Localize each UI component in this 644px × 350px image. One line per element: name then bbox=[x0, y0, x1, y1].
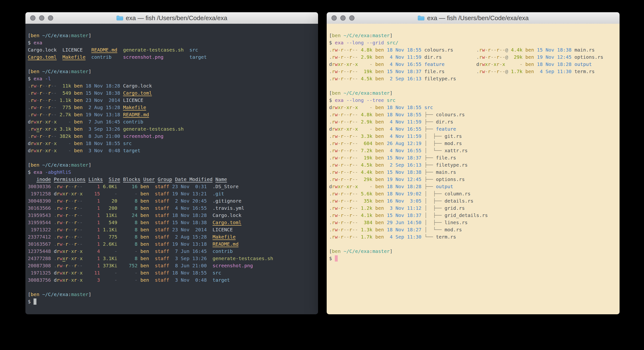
terminal-text: 1 bbox=[94, 227, 100, 232]
terminal-content-dark[interactable]: [ben ~/C/e/exa:master]$ exaCargo.lock LI… bbox=[26, 24, 318, 314]
terminal-text bbox=[120, 126, 123, 132]
terminal-text: r bbox=[479, 61, 482, 67]
terminal-text: - bbox=[80, 234, 83, 240]
close-button[interactable] bbox=[30, 15, 36, 20]
terminal-text bbox=[100, 205, 103, 211]
terminal-line: drwxr-xr-x - ben 18 Nov 18:55 src bbox=[329, 104, 618, 111]
terminal-text bbox=[384, 40, 387, 46]
terminal-text: 373Ki bbox=[103, 263, 117, 268]
terminal-text: Size bbox=[108, 176, 120, 182]
terminal-text: r bbox=[340, 76, 344, 82]
terminal-text: ben bbox=[375, 76, 384, 82]
terminal-text: - bbox=[355, 198, 358, 204]
terminal-text: w bbox=[335, 76, 338, 82]
terminal-text: r bbox=[39, 119, 42, 125]
terminal-text: - bbox=[42, 126, 45, 132]
window-titlebar[interactable]: exa — fish /Users/ben/Code/exa/exa bbox=[327, 12, 620, 24]
terminal-text: -abghHliS bbox=[45, 169, 71, 175]
terminal-text: - bbox=[80, 227, 83, 232]
terminal-text: d bbox=[329, 61, 332, 67]
terminal-text: master bbox=[71, 32, 88, 38]
terminal-text: x bbox=[494, 61, 496, 67]
terminal-text bbox=[358, 54, 361, 60]
window-titlebar[interactable]: exa — fish /Users/ben/Code/exa/exa bbox=[26, 12, 318, 24]
close-button[interactable] bbox=[332, 15, 337, 20]
terminal-text bbox=[384, 104, 387, 110]
terminal-text: r bbox=[332, 148, 335, 154]
terminal-content-light[interactable]: [ben ~/C/e/exa:master]$ exa --long --gri… bbox=[327, 24, 620, 314]
terminal-text: - bbox=[346, 234, 349, 240]
terminal-text: - bbox=[80, 220, 83, 225]
terminal-text: x bbox=[45, 126, 48, 132]
terminal-text: feature bbox=[424, 61, 444, 67]
terminal-text bbox=[421, 169, 424, 175]
terminal-text: . bbox=[476, 47, 479, 53]
terminal-text bbox=[138, 220, 140, 225]
terminal-text: - bbox=[68, 184, 71, 190]
zoom-button[interactable] bbox=[349, 15, 354, 20]
terminal-text: - bbox=[338, 220, 340, 225]
terminal-text: - bbox=[71, 227, 74, 232]
terminal-text: - bbox=[344, 61, 346, 67]
terminal-text bbox=[83, 184, 94, 190]
terminal-text: 3 Nov 11:12 bbox=[387, 205, 422, 211]
terminal-text bbox=[372, 112, 375, 118]
terminal-line: .rw-r--r-- 604 ben 26 Aug 12:19 │ ├── mo… bbox=[329, 140, 618, 147]
terminal-text: w bbox=[335, 126, 338, 132]
terminal-text: dir.rs bbox=[424, 54, 442, 60]
terminal-text: - bbox=[355, 212, 358, 218]
terminal-text bbox=[138, 277, 140, 283]
terminal-text bbox=[372, 212, 375, 218]
terminal-text bbox=[358, 47, 361, 53]
terminal-text: - bbox=[352, 140, 355, 146]
terminal-text: 3 Nov 0:48 bbox=[172, 277, 207, 283]
terminal-text: w bbox=[335, 133, 338, 139]
terminal-text: [ bbox=[28, 162, 31, 168]
terminal-text: - bbox=[80, 205, 83, 211]
terminal-text: 8 bbox=[120, 241, 137, 247]
terminal-text: - bbox=[361, 61, 372, 67]
terminal-text bbox=[117, 47, 123, 53]
terminal-text bbox=[169, 198, 172, 204]
terminal-line: .rw-r--r-- 1.3k ben 18 Nov 18:27 │ └── m… bbox=[329, 226, 618, 233]
terminal-text: 8 Jun 21:00 bbox=[172, 263, 207, 268]
terminal-text bbox=[384, 220, 387, 225]
terminal-text: ] bbox=[88, 68, 91, 74]
terminal-text: - bbox=[338, 212, 340, 218]
terminal-text: 6.0Ki bbox=[103, 184, 117, 190]
terminal-text: master bbox=[71, 292, 88, 297]
terminal-text: r bbox=[56, 227, 60, 232]
terminal-text bbox=[421, 61, 424, 67]
terminal-text: r bbox=[31, 133, 34, 139]
terminal-text: staff bbox=[155, 212, 169, 218]
terminal-text: 4 Nov 11:59 bbox=[387, 133, 422, 139]
minimize-button[interactable] bbox=[39, 15, 44, 20]
terminal-text: 15 bbox=[94, 191, 100, 196]
terminal-text: 4 Sep 11:30 bbox=[387, 234, 422, 240]
terminal-text: - bbox=[352, 155, 355, 160]
terminal-text: r bbox=[332, 176, 335, 182]
terminal-text: - bbox=[36, 97, 39, 103]
terminal-text: . bbox=[329, 133, 332, 139]
terminal-text: 8 bbox=[120, 234, 137, 240]
terminal-text bbox=[120, 133, 123, 139]
terminal-text: d bbox=[54, 248, 56, 254]
terminal-text: r bbox=[332, 126, 335, 132]
terminal-text: r bbox=[39, 133, 42, 139]
terminal-text: screenshot.png bbox=[212, 263, 253, 268]
minimize-button[interactable] bbox=[340, 15, 346, 20]
terminal-text: r bbox=[332, 227, 335, 232]
terminal-text: Cargo.toml bbox=[123, 90, 152, 96]
terminal-text bbox=[384, 155, 387, 160]
terminal-text bbox=[155, 176, 158, 182]
zoom-button[interactable] bbox=[48, 15, 53, 20]
terminal-text: - bbox=[71, 184, 74, 190]
terminal-text: ~/C/e/exa bbox=[42, 32, 68, 38]
terminal-text: contrib bbox=[212, 248, 233, 254]
terminal-text bbox=[184, 47, 189, 53]
terminal-text: 15 Nov 18:38 bbox=[172, 220, 207, 225]
terminal-text bbox=[71, 126, 74, 132]
terminal-text: x bbox=[62, 248, 66, 254]
terminal-line: 30163566 .rw-r--r-- 1 200 8 ben staff 4 … bbox=[28, 204, 316, 212]
terminal-text bbox=[117, 212, 120, 218]
